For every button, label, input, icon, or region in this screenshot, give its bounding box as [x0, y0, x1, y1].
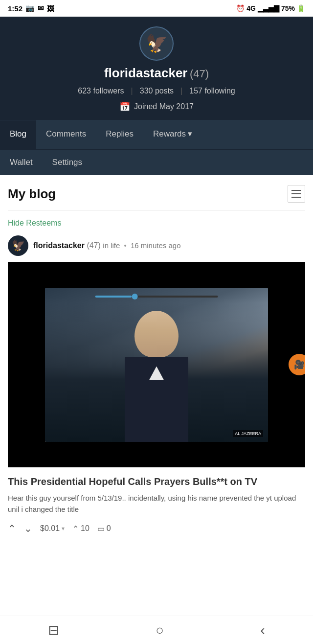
- video-progress-bar: [95, 296, 218, 298]
- followers-count[interactable]: 623 followers: [78, 87, 124, 95]
- nav-tabs-row1: Blog Comments Replies Rewards ▾: [0, 120, 313, 150]
- tab-settings[interactable]: Settings: [43, 150, 92, 175]
- tab-blog[interactable]: Blog: [0, 120, 36, 149]
- blog-title: My blog: [8, 186, 56, 202]
- status-icons: ⏰ 4G ▁▃▅▇ 75% 🔋: [236, 4, 305, 12]
- menu-line-2: [291, 193, 301, 194]
- tab-wallet[interactable]: Wallet: [0, 150, 43, 175]
- author-eagle-icon: 🦅: [12, 239, 25, 252]
- post-excerpt: Hear this guy yourself from 5/13/19.. in…: [8, 493, 305, 515]
- tab-replies[interactable]: Replies: [96, 120, 143, 149]
- upvote-button[interactable]: ⌃: [8, 523, 16, 534]
- camera-icon: 📷: [25, 4, 35, 13]
- video-watermark: AL JAZEERA: [233, 430, 263, 437]
- menu-line-3: [291, 197, 301, 198]
- payout-section[interactable]: $0.01 ▾: [40, 524, 65, 533]
- calendar-icon: 📅: [119, 101, 130, 112]
- alarm-icon: ⏰: [236, 4, 245, 12]
- tab-rewards[interactable]: Rewards ▾: [143, 120, 202, 149]
- author-name[interactable]: floridastacker: [33, 241, 85, 250]
- post-author-row: 🦅 floridastacker (47) in life • 16 minut…: [8, 235, 305, 256]
- main-content: My blog Hide Resteems 🦅 floridastacker (…: [0, 175, 313, 544]
- comment-count: 0: [107, 524, 111, 533]
- upvote-count-section[interactable]: ⌃ 10: [72, 524, 89, 533]
- message-icon: ✉: [38, 4, 44, 13]
- author-category: in life • 16 minutes ago: [103, 241, 180, 250]
- hide-resteems-button[interactable]: Hide Resteems: [8, 219, 305, 228]
- joined-date: Joined May 2017: [134, 102, 194, 111]
- comment-count-section[interactable]: ▭ 0: [97, 524, 111, 533]
- wifi-bars-icon: ▁▃▅▇: [258, 4, 279, 12]
- profile-header: 🦅 floridastacker (47) 623 followers | 33…: [0, 17, 313, 120]
- comment-icon: ▭: [97, 524, 105, 533]
- chevron-down-icon: ▾: [188, 129, 192, 139]
- video-camera-icon: 🎥: [294, 359, 305, 370]
- tab-comments[interactable]: Comments: [36, 120, 96, 149]
- status-time: 1:52 📷 ✉ 🖼: [8, 4, 54, 13]
- upvote-arrow-icon: ⌃: [72, 524, 79, 533]
- blog-header: My blog: [8, 185, 305, 203]
- post-actions: ⌃ ⌄ $0.01 ▾ ⌃ 10 ▭ 0: [8, 523, 305, 534]
- profile-username[interactable]: floridastacker: [104, 66, 188, 80]
- profile-reputation: (47): [190, 68, 209, 80]
- avatar-eagle-icon: 🦅: [146, 33, 168, 54]
- post-title[interactable]: This Presidential Hopeful Calls Prayers …: [8, 475, 305, 488]
- author-avatar[interactable]: 🦅: [8, 235, 28, 256]
- nav-tabs-row2: Wallet Settings: [0, 150, 313, 175]
- profile-stats: 623 followers | 330 posts | 157 followin…: [8, 87, 305, 95]
- battery-label: 75%: [281, 4, 295, 12]
- author-info: floridastacker (47) in life • 16 minutes…: [33, 241, 181, 250]
- avatar: 🦅: [139, 26, 174, 61]
- signal-icon: 4G: [246, 4, 256, 12]
- divider: [8, 210, 305, 211]
- video-player[interactable]: AL JAZEERA 🎥: [8, 262, 305, 467]
- following-count[interactable]: 157 following: [189, 87, 235, 95]
- payout-amount: $0.01: [40, 524, 60, 533]
- image-icon: 🖼: [47, 4, 54, 13]
- video-share-button[interactable]: 🎥: [289, 354, 305, 375]
- author-rep: (47): [87, 241, 100, 250]
- downvote-button[interactable]: ⌄: [24, 523, 32, 534]
- upvote-count: 10: [81, 524, 89, 533]
- menu-button[interactable]: [288, 185, 305, 203]
- menu-line-1: [291, 190, 301, 191]
- posts-count[interactable]: 330 posts: [140, 87, 174, 95]
- payout-dropdown-icon: ▾: [62, 525, 65, 532]
- status-bar: 1:52 📷 ✉ 🖼 ⏰ 4G ▁▃▅▇ 75% 🔋: [0, 0, 313, 17]
- profile-joined: 📅 Joined May 2017: [8, 101, 305, 112]
- battery-icon: 🔋: [297, 4, 305, 12]
